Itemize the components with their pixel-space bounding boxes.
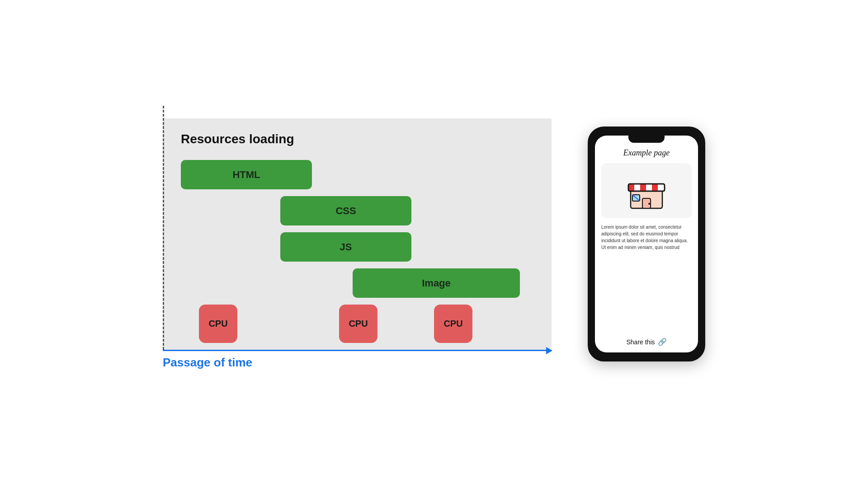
link-icon: 🔗 — [658, 338, 667, 346]
svg-point-9 — [648, 203, 650, 205]
dashed-vertical-line — [163, 106, 164, 350]
diagram-box: Resources loading HTML CSS JS Image — [163, 118, 552, 350]
css-bar: CSS — [280, 196, 411, 225]
svg-rect-7 — [652, 184, 658, 191]
cpu-box-1: CPU — [199, 305, 237, 343]
diagram-title: Resources loading — [181, 132, 533, 146]
time-label: Passage of time — [163, 356, 552, 370]
phone-title: Example page — [623, 148, 670, 158]
phone-screen: Example page — [595, 136, 698, 352]
phone-image-card — [601, 163, 692, 218]
cpu-box-2: CPU — [339, 305, 377, 343]
cpu-box-3: CPU — [434, 305, 472, 343]
phone-body-text: Lorem ipsum dolor sit amet, consectetur … — [601, 224, 692, 251]
share-row[interactable]: Share this 🔗 — [626, 338, 666, 346]
phone-section: Example page — [588, 127, 705, 361]
diagram-section: Resources loading HTML CSS JS Image — [163, 118, 552, 370]
svg-rect-6 — [640, 184, 646, 191]
js-bar: JS — [280, 232, 411, 262]
phone-frame: Example page — [588, 127, 705, 361]
time-arrow — [163, 350, 552, 351]
time-axis-section: Passage of time — [163, 350, 552, 370]
svg-rect-5 — [628, 184, 634, 191]
html-bar: HTML — [181, 160, 312, 189]
store-illustration — [626, 170, 667, 211]
image-bar: Image — [353, 268, 520, 298]
share-label[interactable]: Share this — [626, 338, 655, 346]
phone-notch — [628, 136, 665, 143]
resources-area: HTML CSS JS Image CPU C — [181, 160, 533, 332]
main-container: Resources loading HTML CSS JS Image — [0, 0, 868, 488]
